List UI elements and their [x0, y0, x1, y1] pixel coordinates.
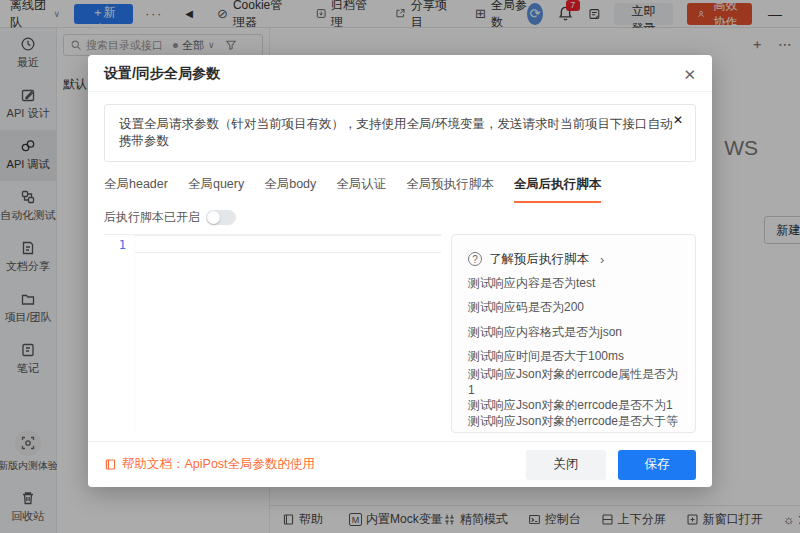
- editor-code-area[interactable]: [134, 235, 441, 433]
- tab-global-query[interactable]: 全局query: [188, 176, 244, 203]
- tab-global-pre-script[interactable]: 全局预执行脚本: [406, 176, 494, 203]
- tab-global-post-script[interactable]: 全局后执行脚本: [514, 176, 602, 203]
- modal-content: 1 ? 了解预后执行脚本 › 测试响应内容是否为test 测试响应码是否为200…: [104, 234, 696, 433]
- save-button[interactable]: 保存: [618, 450, 696, 480]
- toggle-label: 后执行脚本已开启: [104, 209, 200, 226]
- book-icon: [104, 458, 117, 471]
- snippet-item[interactable]: 测试响应Json对象的errcode是否大于等于1: [468, 418, 679, 433]
- toggle-knob: [207, 211, 220, 224]
- snippet-item[interactable]: 测试响应内容格式是否为json: [468, 320, 679, 345]
- editor-line-number: 1: [104, 235, 134, 433]
- modal-title: 设置/同步全局参数: [104, 65, 220, 83]
- chevron-right-icon: ›: [600, 252, 604, 267]
- info-banner: 设置全局请求参数（针对当前项目有效），支持使用全局/环境变量，发送请求时当前项目…: [104, 104, 696, 162]
- info-text: 设置全局请求参数（针对当前项目有效），支持使用全局/环境变量，发送请求时当前项目…: [119, 117, 672, 148]
- snippet-panel: ? 了解预后执行脚本 › 测试响应内容是否为test 测试响应码是否为200 测…: [451, 234, 696, 433]
- help-doc-label: 帮助文档：ApiPost全局参数的使用: [122, 456, 315, 473]
- tab-global-body[interactable]: 全局body: [264, 176, 316, 203]
- snippet-item[interactable]: 测试响应内容是否为test: [468, 271, 679, 296]
- script-editor[interactable]: 1: [104, 234, 441, 433]
- post-script-toggle[interactable]: [206, 210, 236, 225]
- snippet-item[interactable]: 测试响应码是否为200: [468, 296, 679, 321]
- footer-buttons: 关闭 保存: [526, 450, 696, 480]
- close-button[interactable]: 关闭: [526, 450, 606, 480]
- editor-current-line: [135, 235, 441, 253]
- info-close-icon[interactable]: ✕: [673, 113, 683, 127]
- toggle-row: 后执行脚本已开启: [104, 209, 696, 226]
- app-window: 离线团队 ∨ ＋新建... ··· ◀ ⊘ Cookie管理器 归档管理 分享项…: [0, 0, 800, 533]
- snippet-item[interactable]: 测试响应Json对象的errcode属性是否为1: [468, 369, 679, 394]
- snippet-help-label: 了解预后执行脚本: [489, 251, 589, 268]
- tab-global-header[interactable]: 全局header: [104, 176, 168, 203]
- help-doc-link[interactable]: 帮助文档：ApiPost全局参数的使用: [104, 456, 315, 473]
- modal-tabs: 全局header 全局query 全局body 全局认证 全局预执行脚本 全局后…: [104, 176, 696, 203]
- close-icon[interactable]: ✕: [683, 67, 696, 82]
- global-params-modal: 设置/同步全局参数 ✕ 设置全局请求参数（针对当前项目有效），支持使用全局/环境…: [88, 55, 712, 487]
- question-icon: ?: [468, 252, 482, 266]
- modal-header: 设置/同步全局参数 ✕: [88, 55, 712, 92]
- modal-footer: 帮助文档：ApiPost全局参数的使用 关闭 保存: [88, 441, 712, 487]
- snippet-help-link[interactable]: ? 了解预后执行脚本 ›: [468, 247, 679, 271]
- tab-global-auth[interactable]: 全局认证: [336, 176, 386, 203]
